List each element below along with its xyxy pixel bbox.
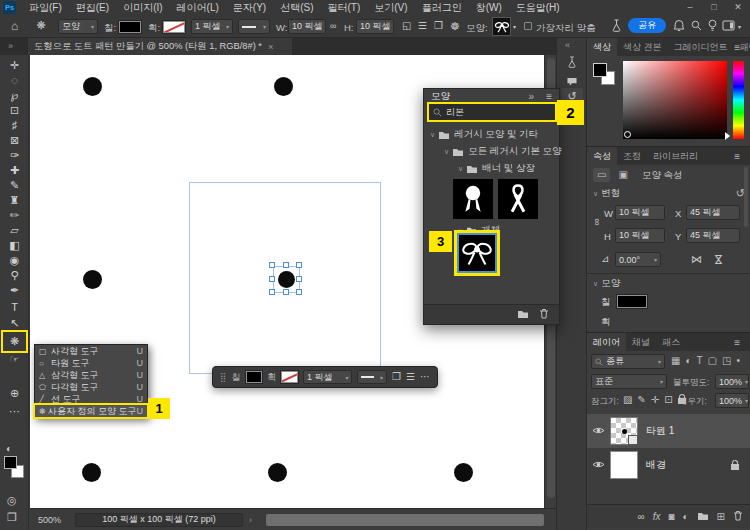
history-brush-tool[interactable]: ✏ xyxy=(3,208,26,223)
menu-item-4[interactable]: 문자(Y) xyxy=(226,0,273,15)
panel-tab-2[interactable]: 패스 xyxy=(656,333,686,351)
panel-tab-2[interactable]: 그레이디언트 xyxy=(668,38,734,56)
layer-row-background[interactable]: 배경 xyxy=(587,448,750,482)
foreground-color-swatch[interactable] xyxy=(4,456,17,469)
taskbar-stroke-type-dropdown[interactable] xyxy=(357,370,387,384)
flip-vertical-icon[interactable]: ⋈ xyxy=(713,254,724,265)
props-fill-swatch[interactable] xyxy=(617,295,647,308)
document-tab[interactable]: 도형으로 도트 패턴 만들기 @ 500% (타원 1, RGB/8#) * × xyxy=(28,38,292,55)
hue-slider-pointer[interactable] xyxy=(725,132,730,140)
shapes-panel-collapse-icon[interactable]: » xyxy=(529,91,547,102)
shapes-panel-menu-icon[interactable]: ≡ xyxy=(546,91,552,102)
lock-paint-icon[interactable]: ✎ xyxy=(637,395,645,405)
transform-handle-1[interactable] xyxy=(283,262,289,268)
pen-tool[interactable]: ✒ xyxy=(3,283,26,298)
stroke-width-field[interactable]: 1 픽셀 xyxy=(191,19,233,34)
learn-panel-icon[interactable] xyxy=(561,53,583,71)
toolbar-overflow-icon[interactable]: » xyxy=(8,42,13,51)
menu-item-0[interactable]: 파일(F) xyxy=(22,0,69,15)
transform-w-field[interactable]: 10 픽셀 xyxy=(615,205,665,220)
blur-tool[interactable]: ◉ xyxy=(3,253,26,268)
taskbar-fill-swatch[interactable] xyxy=(246,371,263,383)
document-info[interactable]: 100 픽셀 x 100 픽셀 (72 ppi) xyxy=(75,513,243,527)
new-group-icon[interactable] xyxy=(697,511,709,523)
frame-tool[interactable]: ⊠ xyxy=(3,133,26,148)
filter-adjustment-icon[interactable]: ◐ xyxy=(685,356,691,366)
zoom-tool[interactable]: ⊕ xyxy=(3,386,26,401)
delete-shape-icon[interactable] xyxy=(539,308,549,321)
shape-award-rosette[interactable] xyxy=(453,179,493,219)
filter-smart-object-icon[interactable]: ◳ xyxy=(722,356,731,366)
clone-stamp-tool[interactable]: ♜ xyxy=(3,193,26,208)
lock-move-icon[interactable]: ✛ xyxy=(651,395,659,405)
transform-h-field[interactable]: 10 픽셀 xyxy=(615,228,665,243)
workspace-caret-icon[interactable]: ▾ xyxy=(738,24,741,30)
transform-handle-5[interactable] xyxy=(269,289,275,295)
constrain-proportions-icon[interactable]: ∞ xyxy=(592,218,602,225)
properties-scrollbar[interactable] xyxy=(744,167,748,227)
filter-type-icon[interactable]: T xyxy=(697,356,703,366)
menu-item-7[interactable]: 보기(V) xyxy=(367,0,414,15)
shape-folder-row-0[interactable]: ∨레거시 모양 및 기타 xyxy=(430,126,558,143)
transform-y-field[interactable]: 45 픽셀 xyxy=(686,228,740,243)
panel-tab-1[interactable]: 채널 xyxy=(626,333,656,351)
adjustment-layer-icon[interactable]: ◐ xyxy=(683,512,689,522)
link-layers-icon[interactable]: ∞ xyxy=(638,512,645,522)
shape-picker-thumbnail[interactable] xyxy=(492,17,511,36)
flyout-ellipse-tool[interactable]: ○타원 도구U xyxy=(35,357,147,369)
shape-search-input[interactable]: 리본 xyxy=(427,102,557,122)
menu-item-1[interactable]: 편집(E) xyxy=(69,0,116,15)
appearance-section-header[interactable]: ∨모양 xyxy=(593,277,620,290)
shape-settings-gear-icon[interactable]: ☸ xyxy=(450,21,460,32)
move-tool[interactable]: ✛ xyxy=(3,58,26,73)
menu-item-5[interactable]: 선택(S) xyxy=(273,0,320,15)
layer-thumbnail-background[interactable] xyxy=(610,451,638,479)
crop-tool[interactable]: ♯ xyxy=(3,118,26,133)
quick-mask-icon[interactable]: ◎ xyxy=(7,495,17,506)
lock-transparent-icon[interactable]: ▨ xyxy=(623,395,632,405)
filter-shape-icon[interactable]: ▢ xyxy=(708,356,717,366)
dock-collapse-icon[interactable]: « xyxy=(565,41,570,50)
shape-height-field[interactable]: 10 픽셀 xyxy=(356,19,394,34)
delete-layer-icon[interactable] xyxy=(733,510,743,523)
menu-item-9[interactable]: 창(W) xyxy=(469,0,509,15)
rotation-field[interactable]: 0.00° xyxy=(615,252,661,267)
transform-handle-4[interactable] xyxy=(296,276,302,282)
tool-mode-dropdown[interactable]: 모양 xyxy=(58,19,98,34)
object-selection-tool[interactable]: ⊡ xyxy=(3,103,26,118)
menu-item-3[interactable]: 레이어(L) xyxy=(170,0,226,15)
shape-width-field[interactable]: 10 픽셀 xyxy=(288,19,326,34)
workspace-switcher-icon[interactable] xyxy=(722,20,735,33)
filter-pin-icon[interactable]: • xyxy=(737,356,741,366)
horizontal-scrollbar-thumb[interactable] xyxy=(266,514,544,526)
flyout-rectangle-tool[interactable]: ▢사각형 도구U xyxy=(35,345,147,357)
custom-shape-tool[interactable]: ❋ xyxy=(3,332,26,351)
flyout-polygon-tool[interactable]: ⬠다각형 도구U xyxy=(35,381,147,393)
taskbar-drag-handle[interactable]: ⣿ xyxy=(220,373,227,382)
lock-artboard-icon[interactable]: ⊡ xyxy=(664,395,672,405)
brush-tool[interactable]: ✎ xyxy=(3,178,26,193)
shape-bow-ribbon-selected[interactable] xyxy=(457,233,497,273)
color-cursor[interactable] xyxy=(624,131,631,138)
path-selection-tool[interactable]: ↖ xyxy=(3,316,26,331)
properties-panel-menu-icon[interactable]: ≡ xyxy=(734,151,746,162)
custom-shape-tool-preset-icon[interactable]: ❋ xyxy=(32,20,50,31)
link-dimensions-icon[interactable]: ∞ xyxy=(330,22,336,31)
flyout-custom-shape-tool[interactable]: ❋사용자 정의 모양 도구U xyxy=(35,405,147,417)
transform-x-field[interactable]: 45 픽셀 xyxy=(686,205,740,220)
default-colors-icon[interactable]: ◐ xyxy=(6,444,12,454)
opacity-field[interactable]: 100% xyxy=(715,374,749,389)
layer-visibility-eye-icon[interactable] xyxy=(592,426,605,437)
selected-ellipse-shape[interactable] xyxy=(278,271,295,288)
panel-tab-2[interactable]: 라이브러리 xyxy=(647,147,704,165)
path-arrangement-icon[interactable]: ❐ xyxy=(434,21,443,31)
panel-tab-0[interactable]: 레이어 xyxy=(587,333,626,351)
notifications-bell-icon[interactable] xyxy=(673,19,685,34)
snap-edges-checkbox[interactable] xyxy=(524,22,532,30)
gradient-tool[interactable]: ◧ xyxy=(3,238,26,253)
mask-props-icon[interactable]: ▣ xyxy=(614,168,631,182)
transform-section-header[interactable]: ∨변형 ↺ xyxy=(593,187,745,200)
layer-thumbnail-ellipse[interactable] xyxy=(610,417,638,445)
filter-image-icon[interactable]: ▦ xyxy=(671,356,680,366)
shape-folder-row-1[interactable]: ∨모든 레거시 기본 모양 xyxy=(430,143,558,160)
